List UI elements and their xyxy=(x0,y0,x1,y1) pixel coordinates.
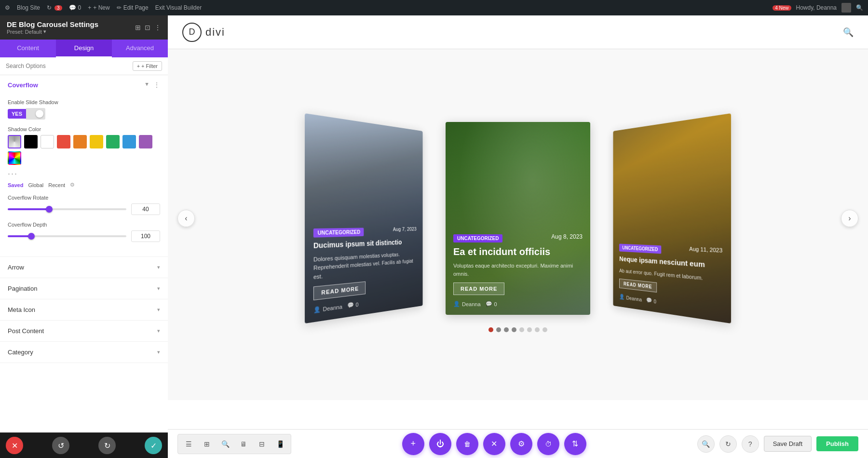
new-notifications-badge[interactable]: 4 New xyxy=(773,5,791,11)
panel-copy-icon[interactable]: ⊞ xyxy=(135,24,141,31)
carousel-dot-5[interactable] xyxy=(519,327,524,332)
filter-button[interactable]: + + Filter xyxy=(133,61,162,71)
divi-search-icon[interactable]: 🔍 xyxy=(843,27,854,38)
carousel-dot-8[interactable] xyxy=(542,327,547,332)
card-center-read-more[interactable]: READ MORE xyxy=(453,283,504,295)
toolbar-center-group: + ⏻ 🗑 ✕ ⚙ ⏱ ⇅ xyxy=(402,433,586,455)
coverflow-section-header[interactable]: Coverflow ▲ ⋮ xyxy=(0,75,168,94)
toolbar-layout-btn[interactable]: ☰ xyxy=(180,436,197,452)
carousel-dot-2[interactable] xyxy=(496,327,501,332)
tab-design[interactable]: Design xyxy=(56,40,112,57)
card-left-read-more[interactable]: READ MORE xyxy=(313,282,366,300)
category-section[interactable]: Category ▾ xyxy=(0,342,168,363)
arrow-section[interactable]: Arrow ▾ xyxy=(0,257,168,278)
toolbar-search-btn[interactable]: 🔍 xyxy=(217,436,234,452)
coverflow-more-icon[interactable]: ⋮ xyxy=(153,81,160,89)
card-center-comments: 💬 0 xyxy=(486,301,497,307)
coverflow-section-title: Coverflow xyxy=(8,81,38,89)
color-swatch-purple[interactable] xyxy=(139,135,152,148)
color-settings-icon[interactable]: ⚙ xyxy=(70,182,75,188)
toolbar-power-btn[interactable]: ⏻ xyxy=(429,433,451,455)
rotate-slider-thumb[interactable] xyxy=(46,206,53,213)
depth-slider-row: 100 xyxy=(8,230,160,242)
panel-preset[interactable]: Preset: Default ▾ xyxy=(7,28,135,35)
card-right-read-more[interactable]: READ MORE xyxy=(619,279,657,293)
toggle-switch[interactable] xyxy=(26,108,45,120)
toolbar-add-btn[interactable]: + xyxy=(402,433,424,455)
color-swatch-black[interactable] xyxy=(24,135,38,148)
toolbar-tablet-btn[interactable]: ⊟ xyxy=(253,436,271,452)
plus-icon: + xyxy=(88,4,91,11)
publish-button[interactable]: Publish xyxy=(816,436,858,451)
save-draft-button[interactable]: Save Draft xyxy=(764,436,812,452)
color-tab-recent[interactable]: Recent xyxy=(48,182,65,188)
card-left-category: UNCATEGORIZED xyxy=(313,228,364,238)
panel-layout-icon[interactable]: ⊡ xyxy=(145,24,150,31)
toolbar-sort-btn[interactable]: ⇅ xyxy=(564,433,586,455)
toggle-yes-label[interactable]: YES xyxy=(8,109,26,119)
color-swatch-blue[interactable] xyxy=(122,135,136,148)
depth-value-input[interactable]: 100 xyxy=(131,230,160,242)
carousel-dot-6[interactable] xyxy=(527,327,532,332)
meta-icon-section[interactable]: Meta Icon ▾ xyxy=(0,299,168,321)
panel-more-icon[interactable]: ⋮ xyxy=(154,24,161,31)
carousel-dot-3[interactable] xyxy=(504,327,509,332)
rotate-value-input[interactable]: 40 xyxy=(131,203,160,215)
redo-button[interactable]: ↻ xyxy=(98,437,116,454)
shadow-toggle[interactable]: YES xyxy=(8,108,160,120)
wp-exit-builder-item[interactable]: Exit Visual Builder xyxy=(155,4,202,11)
carousel-dot-1[interactable] xyxy=(488,327,493,332)
tab-advanced[interactable]: Advanced xyxy=(112,40,168,57)
depth-slider-track[interactable] xyxy=(8,235,126,237)
toolbar-search-icon-btn[interactable]: 🔍 xyxy=(697,435,715,453)
pagination-section[interactable]: Pagination ▾ xyxy=(0,278,168,299)
carousel-dot-7[interactable] xyxy=(535,327,540,332)
color-swatch-green[interactable] xyxy=(106,135,120,148)
more-swatches-icon[interactable]: ··· xyxy=(8,169,18,179)
color-swatch-custom[interactable] xyxy=(8,135,21,148)
toolbar-delete-btn[interactable]: 🗑 xyxy=(456,433,478,455)
depth-slider-thumb[interactable] xyxy=(28,233,35,240)
wp-new-item[interactable]: + + New xyxy=(88,4,109,11)
comment-icon: 💬 xyxy=(69,4,76,11)
toolbar-mobile-btn[interactable]: 📱 xyxy=(271,436,289,452)
toolbar-settings-btn[interactable]: ⚙ xyxy=(510,433,532,455)
toolbar-grid-btn[interactable]: ⊞ xyxy=(198,436,216,452)
save-button[interactable]: ✓ xyxy=(145,437,162,454)
post-content-section[interactable]: Post Content ▾ xyxy=(0,321,168,342)
color-swatch-yellow[interactable] xyxy=(90,135,103,148)
color-swatch-red[interactable] xyxy=(57,135,70,148)
divi-logo-circle: D xyxy=(182,23,202,42)
toolbar-close-btn[interactable]: ✕ xyxy=(483,433,505,455)
wp-site-item[interactable]: Blog Site xyxy=(17,4,40,11)
wp-logo-item[interactable]: ⚙ xyxy=(5,4,10,11)
user-avatar xyxy=(841,3,851,13)
comment-count: 0 xyxy=(78,4,81,11)
toolbar-help-icon-btn[interactable]: ? xyxy=(742,435,759,453)
wp-updates-item[interactable]: ↻ 3 xyxy=(47,4,62,11)
cancel-button[interactable]: ✕ xyxy=(6,437,23,454)
wp-edit-page-item[interactable]: ✏ Edit Page xyxy=(117,4,149,11)
tab-content-label: Content xyxy=(17,44,39,52)
search-icon-wp[interactable]: 🔍 xyxy=(856,4,863,11)
carousel-dot-4[interactable] xyxy=(512,327,516,332)
color-swatch-rainbow[interactable] xyxy=(8,151,21,165)
toolbar-timer-btn[interactable]: ⏱ xyxy=(537,433,559,455)
carousel-right-arrow[interactable]: › xyxy=(841,210,858,227)
color-swatch-white[interactable] xyxy=(41,135,54,148)
comment-icon-left: 💬 xyxy=(347,301,354,309)
toolbar-history-icon-btn[interactable]: ↻ xyxy=(719,435,737,453)
shadow-color-setting: Shadow Color ··· Saved xyxy=(8,126,160,188)
carousel-card-left: UNCATEGORIZED Aug 7, 2023 Ducimus ipsum … xyxy=(305,113,423,323)
tab-content[interactable]: Content xyxy=(0,40,56,57)
toolbar-desktop-btn[interactable]: 🖥 xyxy=(235,436,252,452)
card-center-author: 👤 Deanna xyxy=(453,301,481,307)
color-swatch-orange[interactable] xyxy=(73,135,87,148)
color-tab-global[interactable]: Global xyxy=(28,182,43,188)
wp-comments-item[interactable]: 💬 0 xyxy=(69,4,81,11)
undo-button[interactable]: ↺ xyxy=(52,437,69,454)
search-options-input[interactable] xyxy=(6,63,129,69)
color-tab-saved[interactable]: Saved xyxy=(8,182,23,188)
carousel-left-arrow[interactable]: ‹ xyxy=(177,210,195,227)
rotate-slider-track[interactable] xyxy=(8,208,126,210)
